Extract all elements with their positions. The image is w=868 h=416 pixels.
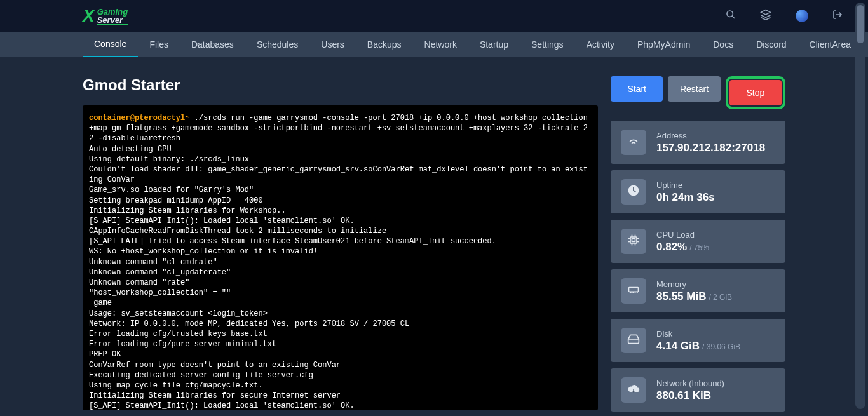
nav-startup[interactable]: Startup <box>468 32 520 57</box>
stat-cpu-sub: / 75% <box>689 243 709 252</box>
svg-rect-13 <box>629 287 639 292</box>
cloud-download-icon <box>627 382 640 398</box>
nav-discord[interactable]: Discord <box>745 32 797 57</box>
stat-disk-label: Disk <box>656 329 740 339</box>
stat-memory-sub: / 2 GiB <box>709 293 732 302</box>
svg-rect-3 <box>630 237 637 243</box>
nav-backups[interactable]: Backups <box>356 32 413 57</box>
stat-netin-value: 880.61 KiB <box>656 389 724 402</box>
nav-users[interactable]: Users <box>309 32 356 57</box>
nav-settings[interactable]: Settings <box>520 32 575 57</box>
stat-disk: Disk 4.14 GiB/ 39.06 GiB <box>611 319 785 362</box>
topbar: X Gaming Server <box>0 0 868 32</box>
nav-phpmyadmin[interactable]: PhpMyAdmin <box>626 32 702 57</box>
layers-icon[interactable] <box>760 9 771 23</box>
logo-text-gaming: Gaming <box>97 8 128 16</box>
cpu-icon <box>627 234 640 250</box>
stat-disk-value: 4.14 GiB <box>656 340 700 352</box>
right-column: Start Restart Stop Address 157.90.212.18… <box>611 76 785 416</box>
stat-uptime-value: 0h 24m 36s <box>656 191 715 204</box>
topbar-actions <box>726 9 843 23</box>
stat-cpu-value: 0.82% <box>656 241 687 253</box>
memory-icon <box>627 283 640 299</box>
stat-memory-label: Memory <box>656 279 732 289</box>
stat-address-label: Address <box>656 131 765 140</box>
logo-text-server: Server <box>97 16 128 25</box>
stat-cpu-label: CPU Load <box>656 230 709 239</box>
content: Gmod Starter container@pterodactyl~ ./sr… <box>0 57 868 416</box>
svg-line-1 <box>732 16 735 18</box>
nav-console[interactable]: Console <box>83 32 138 57</box>
left-column: Gmod Starter container@pterodactyl~ ./sr… <box>83 76 598 416</box>
nav-clientarea[interactable]: ClientArea <box>798 32 862 57</box>
nav-databases[interactable]: Databases <box>180 32 245 57</box>
globe-icon[interactable] <box>796 10 808 22</box>
stat-address-value: 157.90.212.182:27018 <box>656 142 765 154</box>
navbar: ConsoleFilesDatabasesSchedulesUsersBacku… <box>0 32 868 57</box>
svg-point-0 <box>727 11 733 17</box>
wifi-icon <box>627 135 640 151</box>
stop-button[interactable]: Stop <box>729 80 782 105</box>
stat-memory-value: 85.55 MiB <box>656 290 706 302</box>
stat-cpu: CPU Load 0.82%/ 75% <box>611 220 785 263</box>
nav-network[interactable]: Network <box>413 32 468 57</box>
stop-button-highlight: Stop <box>726 76 785 109</box>
nav-schedules[interactable]: Schedules <box>245 32 309 57</box>
stat-uptime-label: Uptime <box>656 180 715 190</box>
console-lines: Auto detecting CPU Using default binary:… <box>89 145 588 410</box>
stat-disk-sub: / 39.06 GiB <box>702 342 740 351</box>
console-output[interactable]: container@pterodactyl~ ./srcds_run -game… <box>83 105 598 410</box>
console-prompt: container@pterodactyl~ <box>89 114 189 123</box>
nav-docs[interactable]: Docs <box>702 32 745 57</box>
disk-icon <box>627 333 640 349</box>
logo[interactable]: X Gaming Server <box>83 6 128 26</box>
action-buttons: Start Restart Stop <box>611 76 785 109</box>
clock-icon <box>627 184 640 200</box>
stat-network-in: Network (Inbound) 880.61 KiB <box>611 368 785 412</box>
stat-memory: Memory 85.55 MiB/ 2 GiB <box>611 269 785 312</box>
logout-icon[interactable] <box>832 10 843 22</box>
search-icon[interactable] <box>726 10 736 22</box>
stat-netin-label: Network (Inbound) <box>656 379 724 388</box>
stat-uptime: Uptime 0h 24m 36s <box>611 170 785 213</box>
logo-x-icon: X <box>83 6 95 26</box>
nav-activity[interactable]: Activity <box>575 32 626 57</box>
start-button[interactable]: Start <box>611 76 663 102</box>
restart-button[interactable]: Restart <box>668 76 720 102</box>
svg-rect-4 <box>632 238 635 241</box>
page-scrollbar[interactable] <box>855 3 865 409</box>
stat-address: Address 157.90.212.182:27018 <box>611 121 785 164</box>
page-title: Gmod Starter <box>83 76 598 94</box>
nav-files[interactable]: Files <box>138 32 180 57</box>
